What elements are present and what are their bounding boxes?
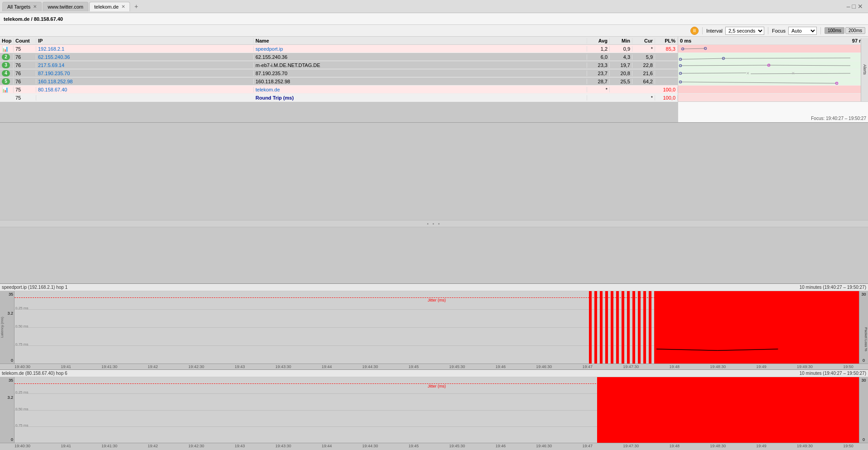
table-row[interactable]: 3 76 217.5.69.14 m-eb7-i.M.DE.NET.DTAG.D… bbox=[0, 61, 678, 69]
graph-1-ms-label: Latency (ms) bbox=[0, 317, 14, 338]
col-header-avg: Avg bbox=[587, 38, 610, 43]
x-label: 19:42:30 bbox=[188, 444, 204, 448]
ip-cell: 217.5.69.14 bbox=[36, 62, 254, 68]
graph-panel-1: speedport.ip (192.168.2.1) hop 1 10 minu… bbox=[0, 283, 868, 369]
ip-cell: 80.158.67.40 bbox=[36, 87, 254, 92]
ip-link[interactable]: 160.118.252.98 bbox=[38, 79, 72, 84]
x-label: 19:47 bbox=[583, 364, 593, 369]
table-row[interactable]: 4 76 87.190.235.70 87.190.235.70 23,7 20… bbox=[0, 69, 678, 77]
ip-link[interactable]: 87.190.235.70 bbox=[38, 71, 70, 76]
min-cell: 25,5 bbox=[610, 79, 632, 84]
col-header-hop: Hop bbox=[0, 38, 14, 43]
count-cell: 76 bbox=[14, 71, 36, 76]
y-label: 3.2 bbox=[7, 311, 13, 316]
focus-select[interactable]: Auto Manual bbox=[788, 27, 817, 35]
graph-2-content: Jitter (ms) 0.25 ms 0.50 ms 0.75 ms bbox=[14, 377, 859, 443]
latency-100ms-button[interactable]: 100ms bbox=[825, 27, 844, 34]
x-label: 19:46:30 bbox=[536, 364, 552, 369]
table-row[interactable]: 📊 75 80.158.67.40 telekom.de * 100,0 bbox=[0, 86, 678, 94]
graph-2-jitter-label: Jitter (ms) bbox=[426, 384, 447, 388]
min-cell: 19,7 bbox=[610, 62, 632, 68]
x-label: 19:40:30 bbox=[14, 444, 30, 448]
count-cell: 75 bbox=[14, 95, 36, 101]
x-label: 19:41:30 bbox=[101, 364, 117, 369]
divider-dots: • • • bbox=[427, 221, 441, 226]
table-row[interactable]: 📊 75 192.168.2.1 speedport.ip 1,2 0,9 * … bbox=[0, 45, 678, 53]
tab-telekom[interactable]: telekom.de ✕ bbox=[89, 2, 130, 11]
svg-line-7 bbox=[680, 65, 769, 66]
app-header: telekom.de / 80.158.67.40 bbox=[0, 13, 868, 25]
graph-2-y-axis: 35 3.2 0 bbox=[0, 377, 14, 443]
svg-line-0 bbox=[683, 48, 705, 49]
x-label: 19:46:30 bbox=[536, 444, 552, 448]
graph-panel-2: telekom.de (80.158.67.40) hop 6 10 minut… bbox=[0, 369, 868, 449]
new-tab-button[interactable]: + bbox=[131, 1, 142, 12]
window-restore[interactable]: □ bbox=[852, 3, 856, 10]
name-link[interactable]: telekom.de bbox=[256, 87, 280, 92]
tab-close-icon[interactable]: ✕ bbox=[121, 4, 125, 9]
x-label: 19:50 bbox=[843, 444, 854, 448]
table-row[interactable]: 2 76 62.155.240.36 62.155.240.36 6,0 4,3… bbox=[0, 53, 678, 61]
top-toolbar: ⏸ Interval 2,5 seconds 5 seconds 10 seco… bbox=[0, 25, 868, 37]
x-label: 19:47 bbox=[583, 444, 593, 448]
graph-1-body: 35 3.2 0 Latency (ms) Jitter (ms) 0.25 m… bbox=[0, 291, 868, 364]
latency-scale-left: 0 ms bbox=[680, 38, 691, 43]
alerts-label: Alerts bbox=[863, 64, 867, 75]
table-row[interactable]: 5 76 160.118.252.98 160.118.252.98 28,7 … bbox=[0, 77, 678, 86]
svg-line-14 bbox=[751, 73, 850, 74]
pause-button[interactable]: ⏸ bbox=[690, 27, 699, 35]
graph-2-title-text: telekom.de (80.158.67.40) hop 6 bbox=[2, 371, 68, 376]
pl-top: 30 bbox=[861, 378, 866, 383]
ip-link[interactable]: 217.5.69.14 bbox=[38, 62, 64, 68]
svg-line-16 bbox=[680, 82, 837, 83]
col-header-pl: PL% bbox=[655, 38, 678, 43]
min-cell: 4,3 bbox=[610, 54, 632, 60]
alerts-panel[interactable]: Alerts bbox=[861, 38, 868, 101]
x-label: 19:45:30 bbox=[449, 444, 465, 448]
x-label: 19:42 bbox=[148, 444, 158, 448]
x-label: 19:49:30 bbox=[797, 444, 813, 448]
pl-cell: 100,0 bbox=[655, 87, 678, 92]
ip-link[interactable]: 192.168.2.1 bbox=[38, 46, 64, 52]
ip-link[interactable]: 80.158.67.40 bbox=[38, 87, 67, 92]
x-label: 19:41 bbox=[61, 364, 71, 369]
x-label: 19:44:30 bbox=[362, 444, 378, 448]
pl-cell: 100,0 bbox=[655, 95, 678, 101]
divider-handle[interactable]: • • • bbox=[0, 220, 868, 227]
graph-2-title: telekom.de (80.158.67.40) hop 6 10 minut… bbox=[0, 370, 868, 377]
browser-chrome: All Targets ✕ www.twitter.com telekom.de… bbox=[0, 0, 868, 13]
count-cell: 76 bbox=[14, 62, 36, 68]
window-minimize[interactable]: – bbox=[847, 3, 850, 10]
ip-link[interactable]: 62.155.240.36 bbox=[38, 54, 70, 60]
name-link[interactable]: speedport.ip bbox=[256, 46, 283, 52]
focus-time-label: Focus: 19:40:27 – 19:50:27 bbox=[811, 116, 866, 121]
col-header-min: Min bbox=[610, 38, 632, 43]
tab-all-targets[interactable]: All Targets ✕ bbox=[2, 2, 42, 11]
graph-2-pl-axis: 30 0 bbox=[859, 377, 868, 443]
ip-cell: 62.155.240.36 bbox=[36, 54, 254, 60]
tab-close-icon[interactable]: ✕ bbox=[33, 4, 37, 9]
avg-cell: 28,7 bbox=[587, 79, 610, 84]
svg-line-19 bbox=[656, 349, 717, 350]
x-label: 19:49 bbox=[756, 444, 767, 448]
window-close[interactable]: ✕ bbox=[858, 3, 863, 10]
avg-cell: 1,2 bbox=[587, 46, 610, 52]
interval-select[interactable]: 2,5 seconds 5 seconds 10 seconds bbox=[725, 27, 764, 35]
tab-label: www.twitter.com bbox=[48, 4, 83, 10]
ip-cell: 87.190.235.70 bbox=[36, 71, 254, 76]
tab-twitter[interactable]: www.twitter.com bbox=[43, 2, 88, 11]
x-label: 19:43:30 bbox=[275, 444, 291, 448]
x-label: 19:47:30 bbox=[623, 364, 639, 369]
x-label: 19:41:30 bbox=[101, 444, 117, 448]
latency-200ms-button[interactable]: 200ms bbox=[845, 27, 865, 34]
svg-line-20 bbox=[717, 349, 778, 350]
graph-1-jitter-label: Jitter (ms) bbox=[426, 298, 447, 302]
y-label: 0 bbox=[11, 437, 13, 442]
name-cell: 87.190.235.70 bbox=[254, 71, 587, 76]
round-trip-row: 75 Round Trip (ms) * 100,0 bbox=[0, 94, 678, 102]
x-label: 19:43:30 bbox=[275, 364, 291, 369]
name-cell: Round Trip (ms) bbox=[254, 95, 587, 101]
ip-cell: 192.168.2.1 bbox=[36, 46, 254, 52]
x-label: 19:49 bbox=[756, 364, 767, 369]
cur-cell: 64,2 bbox=[632, 79, 655, 84]
